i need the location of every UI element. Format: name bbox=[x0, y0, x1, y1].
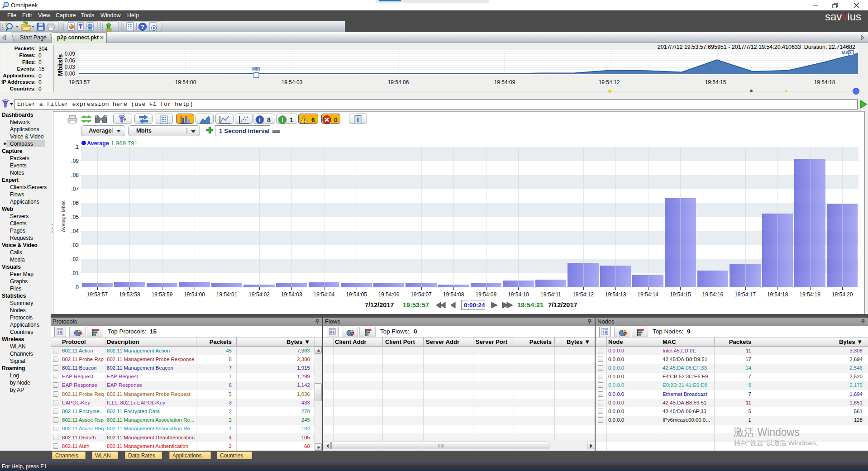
svg-text:i: i bbox=[259, 117, 261, 124]
svg-text:?: ? bbox=[141, 24, 144, 30]
svg-text:1: 1 bbox=[290, 116, 293, 124]
svg-text:0: 0 bbox=[334, 116, 338, 124]
svg-text:!: ! bbox=[303, 118, 305, 124]
svg-text:6: 6 bbox=[311, 116, 315, 124]
svg-text:!: ! bbox=[281, 116, 284, 124]
svg-text:8: 8 bbox=[267, 116, 271, 124]
svg-text:!: ! bbox=[357, 116, 359, 124]
